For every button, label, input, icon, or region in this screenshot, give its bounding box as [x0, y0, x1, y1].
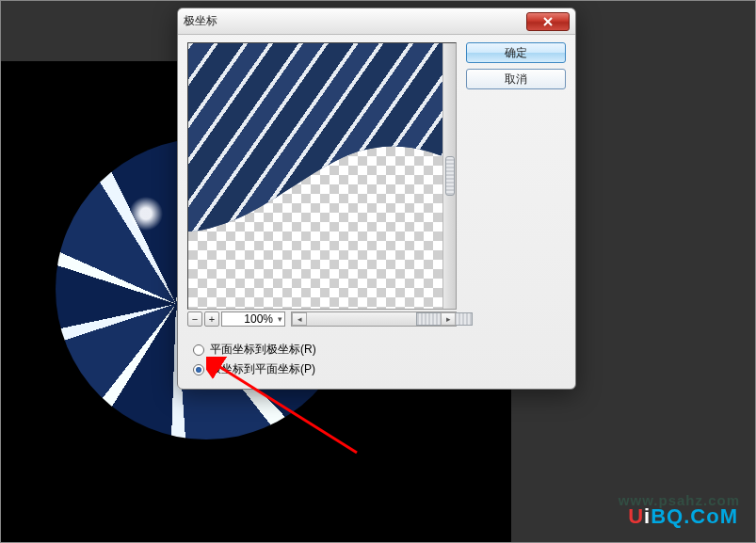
dialog-body: − + 100% ▾ ◂ ▸ 平面坐标到极坐标(R) — [178, 35, 575, 389]
button-label: 确定 — [505, 45, 527, 61]
option-rect-to-polar[interactable]: 平面坐标到极坐标(R) — [193, 342, 457, 358]
button-label: 取消 — [505, 72, 527, 88]
option-polar-to-rect[interactable]: 极坐标到平面坐标(P) — [193, 361, 457, 377]
titlebar[interactable]: 极坐标 — [178, 8, 575, 35]
vertical-scrollbar[interactable] — [442, 43, 456, 309]
close-icon — [543, 17, 553, 26]
zoom-value: 100% — [244, 312, 273, 326]
watermark: www.psahz.com U i BQ.CoM — [628, 504, 738, 529]
radio-icon — [193, 364, 204, 375]
options-group: 平面坐标到极坐标(R) 极坐标到平面坐标(P) — [187, 328, 457, 381]
scroll-left-arrow[interactable]: ◂ — [292, 312, 307, 326]
scroll-thumb[interactable] — [445, 156, 455, 196]
left-column: − + 100% ▾ ◂ ▸ 平面坐标到极坐标(R) — [187, 42, 457, 381]
close-button[interactable] — [526, 12, 570, 31]
horizontal-scrollbar[interactable]: ◂ ▸ — [291, 311, 457, 327]
chevron-down-icon: ▾ — [278, 314, 282, 324]
polar-coordinates-dialog: 极坐标 − + 100% ▾ ◂ — [177, 8, 576, 390]
cancel-button[interactable]: 取消 — [466, 69, 566, 89]
zoom-bar: − + 100% ▾ ◂ ▸ — [187, 310, 457, 328]
scroll-right-arrow[interactable]: ▸ — [441, 312, 456, 326]
watermark-ghost: www.psahz.com — [619, 492, 740, 508]
zoom-out-button[interactable]: − — [187, 311, 202, 327]
zoom-in-button[interactable]: + — [204, 311, 219, 327]
zoom-value-box[interactable]: 100% ▾ — [221, 311, 285, 327]
right-column: 确定 取消 — [457, 42, 566, 381]
option-label: 平面坐标到极坐标(R) — [210, 342, 316, 358]
option-label: 极坐标到平面坐标(P) — [210, 361, 315, 377]
ok-button[interactable]: 确定 — [466, 42, 566, 63]
preview-area[interactable] — [187, 42, 457, 310]
dialog-title: 极坐标 — [184, 13, 217, 29]
radio-icon — [193, 344, 204, 356]
